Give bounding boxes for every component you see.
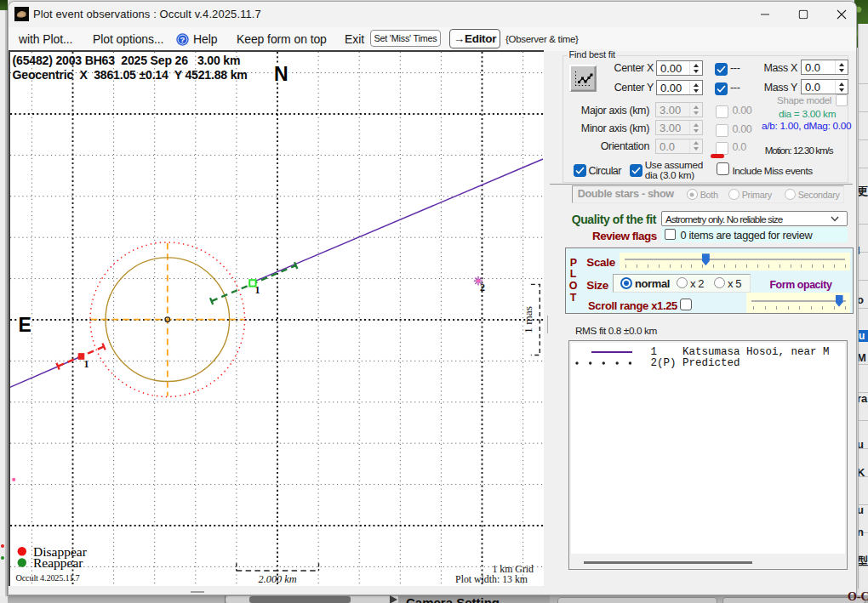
version-label: Occult 4.2025.11.7: [16, 572, 80, 582]
solid-line-swatch: [591, 350, 632, 354]
spin-buttons[interactable]: [835, 60, 848, 74]
double-stars-both-radio[interactable]: [687, 189, 698, 200]
orientation-checkbox[interactable]: [716, 142, 728, 155]
occultation-plot[interactable]: 1121 mas2.000 km(65482) 2003 BH63 2025 S…: [9, 50, 544, 586]
major-axis-extra: 0.00: [733, 105, 752, 117]
minimize-button[interactable]: [746, 2, 784, 27]
spin-buttons[interactable]: [835, 80, 848, 94]
background-row-line: [859, 308, 868, 309]
mass-y-spinner[interactable]: 0.0: [801, 79, 848, 94]
scroll-range-checkbox[interactable]: [680, 299, 692, 310]
editor-button[interactable]: →Editor: [449, 29, 500, 48]
spinner-value: 0.00: [660, 82, 682, 94]
spin-buttons[interactable]: [689, 61, 702, 75]
titlebar[interactable]: Plot event observations : Occult v.4.202…: [9, 2, 856, 27]
form-opacity-slider[interactable]: [746, 293, 851, 313]
check-icon: [575, 167, 585, 174]
spin-up-icon[interactable]: [690, 103, 702, 110]
background-text-fragment: u: [858, 503, 868, 516]
major-axis-spinner[interactable]: 3.00: [655, 102, 703, 117]
svg-text:1: 1: [84, 358, 89, 370]
spin-up-icon[interactable]: [690, 81, 702, 88]
minor-axis-label: Minor axis (km): [581, 122, 649, 134]
spin-up-icon[interactable]: [690, 61, 702, 68]
spin-down-icon[interactable]: [690, 146, 702, 153]
legend: DisappearReappear: [18, 543, 88, 569]
orientation-label: Orientation: [601, 140, 649, 152]
background-play-icon: [390, 595, 397, 603]
plot-letter-t: T: [570, 292, 576, 304]
quality-of-fit-dropdown[interactable]: Astrometry only. No reliable size: [661, 211, 848, 226]
background-row-line: [859, 168, 868, 168]
spin-down-icon[interactable]: [690, 128, 702, 134]
mass-x-spinner[interactable]: 0.0: [801, 60, 848, 75]
spin-down-icon[interactable]: [690, 110, 702, 117]
close-button[interactable]: [824, 2, 859, 27]
slider-thumb[interactable]: [836, 295, 843, 307]
rms-fit-label: RMS fit 0.8 ±0.0 km: [575, 325, 657, 337]
find-best-fit-button[interactable]: [569, 65, 597, 92]
spin-buttons[interactable]: [689, 139, 702, 153]
maximize-button[interactable]: [785, 2, 822, 27]
menu-keep-form-on-top[interactable]: Keep form on top: [237, 32, 327, 46]
predicted-track-line: [253, 159, 543, 282]
circular-checkbox[interactable]: [574, 164, 586, 177]
include-miss-checkbox[interactable]: [717, 162, 729, 175]
radio-dot-icon: [624, 281, 629, 286]
spin-down-icon[interactable]: [690, 68, 702, 75]
observation-row[interactable]: 2(P) Predicted: [571, 357, 845, 369]
observer-time-label[interactable]: {Observer & time}: [505, 34, 579, 44]
spin-up-icon[interactable]: [690, 121, 702, 128]
background-row-line: [859, 364, 868, 365]
minor-axis-checkbox[interactable]: [716, 124, 728, 137]
chevron-down-icon: [831, 216, 839, 222]
control-panel: Find best fit Center X 0.00 --- Mass X 0…: [549, 49, 856, 594]
menu-help[interactable]: Help: [193, 32, 217, 46]
hscrollbar-thumb[interactable]: [584, 561, 752, 564]
separator-line: [550, 184, 853, 185]
menu-plot-options[interactable]: Plot options...: [93, 32, 163, 46]
observation-row[interactable]: 1 Katsumasa Hosoi, near M: [571, 346, 845, 358]
background-text-fragment: M: [858, 351, 868, 364]
double-stars-primary-radio[interactable]: [728, 189, 740, 200]
spin-down-icon[interactable]: [836, 67, 848, 74]
spinner-value: 0.0: [805, 81, 820, 94]
double-stars-secondary-radio[interactable]: [785, 189, 796, 200]
minor-axis-spinner[interactable]: 3.00: [655, 120, 703, 135]
window-title: Plot event observations : Occult v.4.202…: [33, 8, 261, 20]
spin-up-icon[interactable]: [690, 139, 702, 146]
review-flags-checkbox[interactable]: [665, 229, 676, 240]
observations-listbox[interactable]: 1 Katsumasa Hosoi, near M2(P) Predicted: [571, 343, 845, 554]
size-x2-radio[interactable]: [677, 277, 688, 288]
spin-down-icon[interactable]: [690, 88, 702, 94]
size-normal-radio[interactable]: [620, 277, 632, 289]
spin-up-icon[interactable]: [836, 60, 848, 67]
menu-exit[interactable]: Exit: [345, 32, 364, 46]
center-x-spinner[interactable]: 0.00: [656, 60, 703, 76]
spin-up-icon[interactable]: [836, 80, 848, 87]
background-oc-label: O-C: [848, 590, 868, 603]
set-miss-times-button[interactable]: Set 'Miss' Times: [370, 30, 441, 47]
spin-buttons[interactable]: [689, 81, 702, 94]
menu-with-plot[interactable]: with Plot...: [19, 32, 72, 46]
center-y-dash: ---: [730, 82, 740, 94]
include-miss-label: Include Miss events: [733, 165, 813, 177]
spin-buttons[interactable]: [689, 103, 702, 117]
major-axis-checkbox[interactable]: [716, 105, 728, 118]
background-scrollbar-thumb: [249, 596, 351, 603]
orientation-spinner[interactable]: 0.0: [655, 139, 703, 154]
spin-down-icon[interactable]: [836, 87, 848, 94]
size-x5-radio[interactable]: [714, 277, 725, 288]
spin-buttons[interactable]: [689, 121, 702, 134]
shape-model-checkbox[interactable]: [836, 94, 848, 106]
background-text-fragment: n: [858, 526, 868, 538]
center-y-checkbox[interactable]: [715, 82, 728, 95]
observations-hscrollbar[interactable]: [571, 555, 845, 568]
plot-subtitle: Geocentric X 3861.05 ±0.14 Y 4521.88 km: [13, 68, 248, 82]
center-y-spinner[interactable]: 0.00: [656, 80, 703, 95]
scale-slider[interactable]: [620, 253, 850, 270]
star-marker: 2: [474, 276, 485, 293]
form-opacity-label: Form opacity: [769, 279, 831, 291]
use-assumed-checkbox[interactable]: [630, 164, 642, 177]
center-x-checkbox[interactable]: [715, 63, 728, 76]
